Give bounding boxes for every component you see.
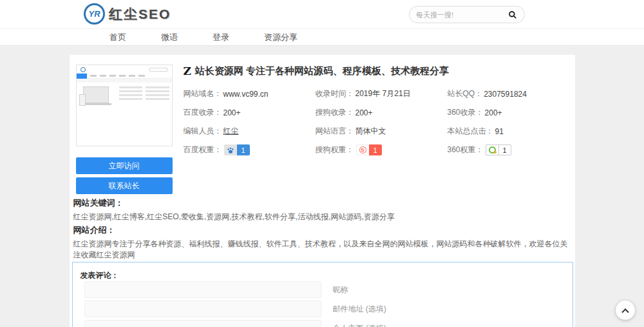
thumbnail-navbar xyxy=(77,74,172,79)
search-input[interactable] xyxy=(416,11,507,19)
info-baidu-rank: 百度权重： 1 xyxy=(184,144,316,155)
sogou-rank-value: 1 xyxy=(369,144,382,155)
listing-title: 站长资源网 专注于各种网站源码、程序模板、技术教程分享 xyxy=(195,65,449,77)
site-thumbnail[interactable] xyxy=(76,64,173,146)
nickname-input[interactable] xyxy=(84,281,321,298)
comment-form: 发表评论： 昵称 邮件地址 (选填) 个人主页 (选填) xyxy=(72,262,573,327)
site-logo[interactable]: YR 红尘SEO xyxy=(84,3,171,25)
360-rank-value: 1 xyxy=(498,144,511,155)
homepage-label: 个人主页 (选填) xyxy=(333,323,386,327)
logo-monogram-icon: YR xyxy=(84,3,105,25)
keywords-text: 红尘资源网,红尘博客,红尘SEO,爱收集,资源网,技术教程,软件分享,活动线报,… xyxy=(73,212,569,223)
site-favicon-icon: Z xyxy=(184,66,191,77)
listing-title-row: Z 站长资源网 专注于各种网站源码、程序模板、技术教程分享 xyxy=(184,65,450,77)
comment-homepage-row: 个人主页 (选填) xyxy=(84,320,386,327)
editor-link[interactable]: 红尘 xyxy=(223,126,239,137)
baidu-rank-value: 1 xyxy=(237,144,250,155)
visit-site-button[interactable]: 立即访问 xyxy=(76,157,173,174)
info-sogou-rank: 搜狗权重： S 1 xyxy=(316,144,448,155)
logo-text: 红尘SEO xyxy=(109,5,171,23)
homepage-input[interactable] xyxy=(84,320,321,327)
comment-form-heading: 发表评论： xyxy=(80,270,119,281)
page: YR 红尘SEO 首页 微语 登录 资源分享 xyxy=(0,0,644,327)
nav-item-resources[interactable]: 资源分享 xyxy=(264,32,298,43)
360-rank-badge: 1 xyxy=(486,144,511,155)
info-360-included: 360收录：200+ xyxy=(448,107,570,118)
comment-email-row: 邮件地址 (选填) xyxy=(84,301,386,317)
baidu-paw-icon xyxy=(224,144,237,155)
info-editor: 编辑人员：红尘 xyxy=(184,126,316,137)
thumbnail-logo-icon xyxy=(80,67,86,72)
domain-value: www.vc99.cn xyxy=(223,90,269,99)
intro-text: 红尘资源网专注于分享各种资源、福利线报、赚钱线报、软件工具、技术教程，以及来自全… xyxy=(73,239,569,261)
thumbnail-topbar xyxy=(77,65,172,74)
info-date: 收录时间：2019年 7月21日 xyxy=(316,88,448,99)
sogou-rank-badge: S 1 xyxy=(356,144,382,155)
main-nav: 首页 微语 登录 资源分享 xyxy=(0,28,644,46)
sogou-s-icon: S xyxy=(356,144,369,155)
info-baidu-included: 百度收录：200+ xyxy=(184,107,316,118)
thumbnail-devices-graphic xyxy=(79,85,117,111)
nav-item-login[interactable]: 登录 xyxy=(213,32,229,43)
nickname-label: 昵称 xyxy=(333,284,348,295)
thumbnail-article-list xyxy=(119,85,169,111)
qq-value: 2307591824 xyxy=(484,90,527,99)
info-360-rank: 360权重： 1 xyxy=(448,144,570,155)
keywords-heading: 网站关键词： xyxy=(73,197,124,209)
header: YR 红尘SEO xyxy=(0,0,644,28)
email-input[interactable] xyxy=(84,301,321,317)
360-ring-icon xyxy=(486,144,498,155)
site-info-grid: 网站域名：www.vc99.cn 收录时间：2019年 7月21日 站长QQ：2… xyxy=(184,84,570,159)
nav-item-home[interactable]: 首页 xyxy=(109,32,126,43)
email-label: 邮件地址 (选填) xyxy=(333,304,386,315)
scroll-to-top-button[interactable] xyxy=(616,301,635,320)
site-listing-card: Z 站长资源网 专注于各种网站源码、程序模板、技术教程分享 网站域名：www.v… xyxy=(70,55,575,327)
thumbnail-content xyxy=(77,83,172,114)
chevron-up-icon xyxy=(621,308,629,315)
comment-nickname-row: 昵称 xyxy=(84,281,348,298)
info-language: 网站语言：简体中文 xyxy=(316,126,448,137)
contact-webmaster-button[interactable]: 联系站长 xyxy=(76,177,173,194)
date-value: 2019年 7月21日 xyxy=(355,88,411,99)
info-sogou-included: 搜狗收录：200+ xyxy=(316,107,448,118)
thumbnail-search-bar xyxy=(149,68,168,72)
baidu-rank-badge: 1 xyxy=(224,144,250,155)
nav-item-weiyu[interactable]: 微语 xyxy=(161,32,178,43)
info-qq: 站长QQ：2307591824 xyxy=(448,88,570,99)
search-icon[interactable] xyxy=(507,10,518,20)
intro-heading: 网站介绍： xyxy=(73,224,115,236)
search-box[interactable] xyxy=(409,6,525,23)
info-clicks: 本站总点击：91 xyxy=(448,126,570,137)
info-domain: 网站域名：www.vc99.cn xyxy=(184,88,316,99)
